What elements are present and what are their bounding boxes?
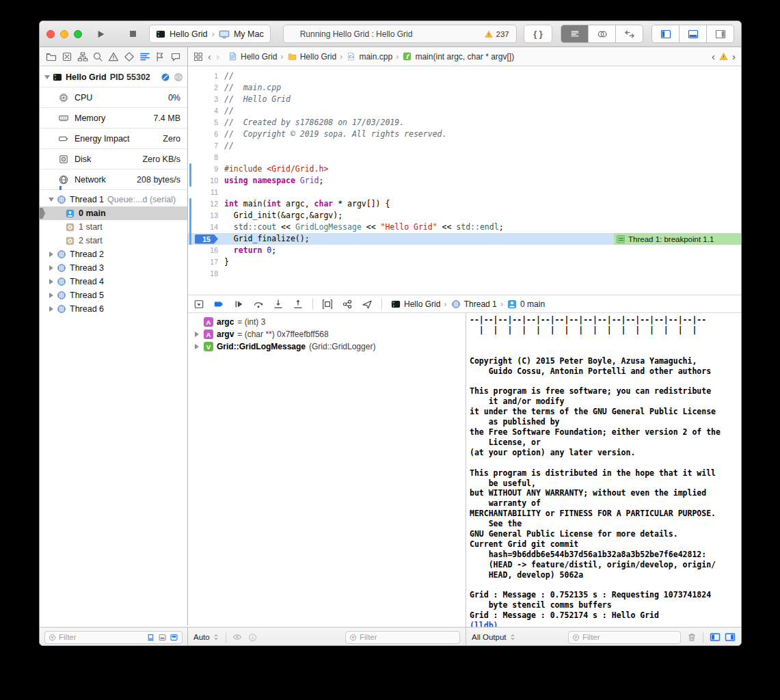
issue-navigator-icon[interactable] (108, 51, 119, 62)
process-row[interactable]: Hello Grid PID 55302 (40, 66, 187, 85)
thread-row[interactable]: Thread 5 (40, 288, 187, 302)
project-navigator-icon[interactable] (46, 51, 57, 62)
zoom-window-button[interactable] (74, 30, 82, 38)
code-line-7[interactable]: 7// (188, 140, 741, 152)
console-pane-toggle[interactable] (725, 632, 736, 643)
test-navigator-icon[interactable] (124, 51, 135, 62)
disclosure-triangle[interactable] (49, 306, 53, 312)
thread-row[interactable]: Thread 2 (40, 247, 187, 261)
toggle-debug-area-button[interactable] (680, 25, 707, 42)
breakpoint-line-badge[interactable]: 15 (195, 234, 218, 244)
memory-graph-icon[interactable] (342, 299, 353, 310)
code-line-10[interactable]: 10using namespace Grid; (188, 175, 741, 187)
stack-frame-row[interactable]: 0 main (40, 206, 187, 220)
gauge-row-cpu[interactable]: CPU0% (40, 87, 187, 108)
line-number[interactable]: 16 (188, 245, 218, 256)
code-line-1[interactable]: 1// (188, 70, 741, 82)
line-number[interactable]: 6 (188, 129, 218, 140)
disclosure-triangle[interactable] (44, 75, 50, 79)
thread-row[interactable]: Thread 6 (40, 302, 187, 316)
scheme-selector[interactable]: Hello Grid › My Mac (149, 25, 271, 43)
warning-count-badge[interactable]: 237 (485, 30, 509, 38)
code-line-4[interactable]: 4// (188, 105, 741, 117)
disclosure-triangle[interactable] (49, 198, 54, 202)
quicklook-eye-icon[interactable] (232, 632, 242, 642)
navigator-filter-input[interactable] (59, 633, 144, 641)
continue-icon[interactable] (233, 299, 244, 310)
disclosure-triangle[interactable] (195, 344, 199, 349)
view-hierarchy-icon[interactable] (322, 299, 333, 310)
navigator-filter-field[interactable] (44, 631, 183, 644)
debug-navigator-icon[interactable] (139, 51, 150, 62)
stop-button[interactable] (123, 25, 142, 43)
variable-row[interactable]: Aargv= (char **) 0x7ffeefbff568 (188, 328, 466, 340)
location-icon[interactable] (362, 299, 373, 310)
debug-breadcrumb-item[interactable]: 0 main (507, 299, 545, 309)
variables-scope-popup[interactable]: Auto (193, 633, 219, 641)
code-line-17[interactable]: 17} (188, 256, 741, 268)
step-over-icon[interactable] (253, 299, 264, 310)
version-editor-button[interactable] (616, 25, 643, 42)
toggle-navigator-button[interactable] (652, 25, 680, 42)
next-issue-button[interactable]: › (732, 51, 736, 62)
breadcrumb-item[interactable]: Hello Grid› (288, 51, 343, 62)
line-number[interactable]: 13 (188, 210, 218, 221)
related-items-icon[interactable] (193, 52, 203, 62)
symbol-navigator-icon[interactable] (77, 51, 88, 62)
close-window-button[interactable] (46, 30, 55, 38)
variables-view[interactable]: Aargc= (int) 3Aargv= (char **) 0x7ffeefb… (188, 313, 466, 627)
assistant-editor-button[interactable] (589, 25, 616, 42)
run-button[interactable] (92, 25, 111, 43)
line-number[interactable]: 7 (188, 140, 218, 152)
variable-row[interactable]: VGrid::GridLogMessage(Grid::GridLogger) (188, 340, 466, 353)
debug-breadcrumb-item[interactable]: Thread 1› (451, 299, 503, 309)
gauge-row-energy-impact[interactable]: Energy ImpactZero (40, 129, 187, 149)
debug-breadcrumb-item[interactable]: Hello Grid› (391, 299, 447, 309)
toggle-inspectors-button[interactable] (707, 25, 734, 42)
gauge-row-memory[interactable]: Memory7.4 MB (40, 108, 187, 129)
variables-filter-input[interactable] (360, 633, 456, 641)
show-running-filter-icon[interactable] (146, 633, 155, 642)
source-control-navigator-icon[interactable] (62, 51, 72, 62)
breakpoint-hit-badge[interactable]: Thread 1: breakpoint 1.1 (614, 233, 741, 245)
code-line-3[interactable]: 3// Hello Grid (188, 94, 741, 105)
line-number[interactable]: 11 (188, 187, 218, 198)
stack-frame-row[interactable]: 1 start (40, 220, 187, 234)
line-number[interactable]: 14 (188, 221, 218, 233)
code-line-18[interactable]: 18 (188, 268, 741, 280)
line-number[interactable]: 3 (188, 94, 218, 105)
variables-pane-toggle[interactable] (710, 632, 721, 643)
line-number[interactable]: 9 (188, 163, 218, 175)
thread-view-toggle-icon[interactable] (174, 72, 183, 82)
gauge-row-network[interactable]: Network208 bytes/s (40, 170, 187, 190)
disclosure-triangle[interactable] (49, 252, 53, 257)
line-number[interactable]: 10 (188, 175, 218, 187)
console-filter-field[interactable] (568, 631, 681, 644)
disclosure-triangle[interactable] (195, 332, 199, 337)
find-navigator-icon[interactable] (92, 51, 103, 62)
pause-gauges-icon[interactable] (161, 72, 170, 82)
code-line-6[interactable]: 6// Copyright © 2019 sopa. All rights re… (188, 129, 741, 140)
breadcrumb-item[interactable]: C+main.cpp› (347, 51, 399, 62)
code-line-16[interactable]: 16 return 0; (188, 245, 741, 256)
line-number[interactable]: 15 (188, 233, 218, 245)
code-line-2[interactable]: 2// main.cpp (188, 82, 741, 94)
line-number[interactable]: 2 (188, 82, 218, 94)
code-line-8[interactable]: 8 (188, 152, 741, 163)
console-output-popup[interactable]: All Output (472, 633, 516, 641)
line-number[interactable]: 18 (188, 268, 218, 280)
breadcrumb-item[interactable]: fmain(int argc, char * argv[]) (403, 52, 514, 62)
forward-button[interactable]: › (216, 51, 219, 62)
thread-row[interactable]: Thread 4 (40, 275, 187, 288)
report-navigator-icon[interactable] (170, 51, 181, 62)
gauge-row-disk[interactable]: DiskZero KB/s (40, 149, 187, 170)
library-button[interactable]: { } (524, 25, 552, 43)
variable-row[interactable]: Aargc= (int) 3 (188, 316, 466, 328)
back-button[interactable]: ‹ (208, 51, 211, 62)
info-icon[interactable] (248, 633, 257, 642)
disclosure-triangle[interactable] (49, 293, 53, 298)
disclosure-triangle[interactable] (49, 279, 53, 284)
code-line-15[interactable]: 15 Grid_finalize();Thread 1: breakpoint … (188, 233, 741, 245)
view-mode-filter-icon[interactable] (170, 633, 178, 642)
thread-row[interactable]: Thread 3 (40, 261, 187, 275)
